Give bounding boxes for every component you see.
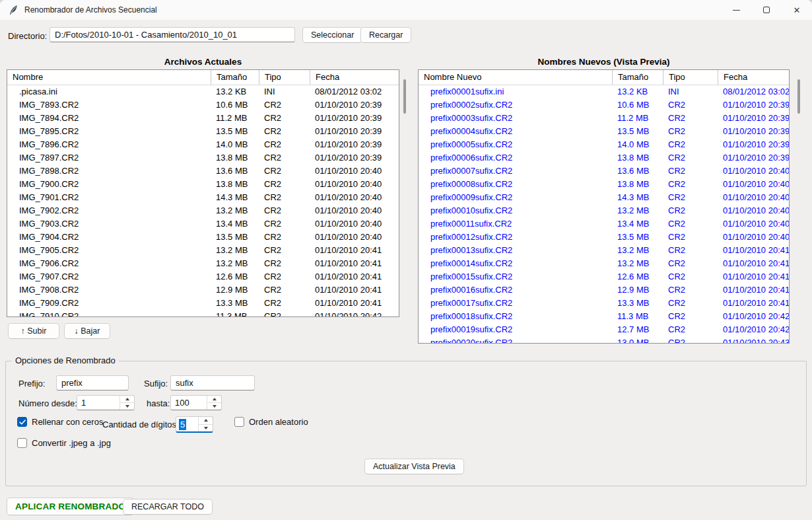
table-row[interactable]: IMG_7904.CR213.5 MBCR201/10/2010 20:40 — [7, 231, 399, 244]
current-files-rows: .picasa.ini13.2 KBINI08/01/2012 03:02IMG… — [7, 85, 399, 317]
column-header-fecha[interactable]: Fecha — [718, 70, 789, 85]
column-header-tipo[interactable]: Tipo — [259, 70, 310, 85]
update-preview-button[interactable]: Actualizar Vista Previa — [364, 459, 464, 474]
column-header-fecha[interactable]: Fecha — [310, 70, 399, 85]
table-row[interactable]: IMG_7901.CR214.3 MBCR201/10/2010 20:40 — [7, 191, 399, 204]
table-row[interactable]: prefix00017sufix.CR213.3 MBCR201/10/2010… — [419, 297, 789, 310]
spin-down-button[interactable] — [207, 402, 221, 410]
table-row[interactable]: IMG_7896.CR214.0 MBCR201/10/2010 20:39 — [7, 138, 399, 151]
move-down-button[interactable]: ↓ Bajar — [64, 323, 110, 339]
reload-all-button[interactable]: RECARGAR TODO — [123, 499, 213, 515]
table-row[interactable]: prefix00016sufix.CR212.9 MBCR201/10/2010… — [419, 283, 789, 297]
column-header-tipo[interactable]: Tipo — [663, 70, 718, 85]
digits-spinbox[interactable]: 5 — [176, 416, 213, 433]
table-row[interactable]: prefix00001sufix.ini13.2 KBINI08/01/2012… — [419, 85, 789, 98]
cell-size: 14.0 MB — [211, 138, 259, 151]
number-to-value[interactable] — [171, 396, 207, 410]
number-from-spinbox[interactable] — [77, 395, 135, 410]
cell-size: 13.2 KB — [211, 85, 259, 98]
cell-date: 01/10/2010 20:40 — [718, 191, 789, 204]
prefix-input[interactable] — [56, 375, 129, 390]
cell-size: 12.6 MB — [612, 270, 663, 283]
apply-rename-button[interactable]: APLICAR RENOMBRADO — [7, 498, 134, 515]
table-row[interactable]: prefix00013sufix.CR213.2 MBCR201/10/2010… — [419, 244, 789, 257]
cell-size: 11.3 MB — [612, 310, 663, 323]
random-order-checkbox[interactable] — [234, 417, 244, 427]
minimize-button[interactable] — [721, 0, 751, 20]
table-row[interactable]: prefix00005sufix.CR214.0 MBCR201/10/2010… — [419, 138, 789, 151]
table-row[interactable]: IMG_7908.CR212.9 MBCR201/10/2010 20:41 — [7, 283, 399, 297]
table-row[interactable]: IMG_7893.CR210.6 MBCR201/10/2010 20:39 — [7, 98, 399, 112]
table-row[interactable]: prefix00006sufix.CR213.8 MBCR201/10/2010… — [419, 151, 789, 165]
table-row[interactable]: IMG_7909.CR213.3 MBCR201/10/2010 20:41 — [7, 297, 399, 310]
current-files-scrollbar[interactable] — [403, 79, 406, 114]
cell-date: 01/10/2010 20:40 — [310, 231, 399, 244]
directory-input[interactable] — [50, 27, 295, 42]
preview-header: Nombre Nuevo Tamaño Tipo Fecha — [419, 70, 789, 85]
cell-size: 13.5 MB — [211, 125, 259, 138]
table-row[interactable]: IMG_7906.CR213.2 MBCR201/10/2010 20:41 — [7, 257, 399, 270]
table-row[interactable]: prefix00010sufix.CR213.2 MBCR201/10/2010… — [419, 204, 789, 217]
spin-up-button[interactable] — [120, 396, 134, 402]
table-row[interactable]: IMG_7907.CR212.6 MBCR201/10/2010 20:41 — [7, 270, 399, 283]
spin-up-button[interactable] — [207, 396, 221, 402]
suffix-input[interactable] — [170, 375, 255, 390]
convert-jpeg-checkbox[interactable] — [17, 438, 27, 448]
cell-type: CR2 — [663, 112, 718, 125]
cell-date: 01/10/2010 20:39 — [718, 138, 789, 151]
table-row[interactable]: prefix00011sufix.CR213.4 MBCR201/10/2010… — [419, 217, 789, 231]
column-header-tamano[interactable]: Tamaño — [211, 70, 259, 85]
table-row[interactable]: prefix00008sufix.CR213.8 MBCR201/10/2010… — [419, 178, 789, 191]
table-row[interactable]: prefix00003sufix.CR211.2 MBCR201/10/2010… — [419, 112, 789, 125]
table-row[interactable]: IMG_7898.CR213.6 MBCR201/10/2010 20:40 — [7, 165, 399, 178]
digits-value-selected[interactable]: 5 — [179, 419, 186, 430]
table-row[interactable]: prefix00007sufix.CR213.6 MBCR201/10/2010… — [419, 165, 789, 178]
table-row[interactable]: IMG_7910.CR211.3 MBCR201/10/2010 20:42 — [7, 310, 399, 317]
table-row[interactable]: prefix00018sufix.CR211.3 MBCR201/10/2010… — [419, 310, 789, 323]
table-row[interactable]: prefix00012sufix.CR213.5 MBCR201/10/2010… — [419, 231, 789, 244]
cell-type: CR2 — [259, 244, 310, 257]
spin-up-button[interactable] — [199, 417, 213, 424]
column-header-tamano[interactable]: Tamaño — [612, 70, 663, 85]
column-header-nombre[interactable]: Nombre — [7, 70, 211, 85]
table-row[interactable]: IMG_7902.CR213.2 MBCR201/10/2010 20:40 — [7, 204, 399, 217]
suffix-label: Sufijo: — [144, 379, 168, 389]
close-button[interactable]: ✕ — [782, 0, 812, 20]
minimize-icon — [733, 10, 740, 11]
reload-directory-button[interactable]: Recargar — [360, 27, 411, 43]
pad-zeros-checkbox[interactable] — [17, 417, 27, 427]
number-from-value[interactable] — [77, 396, 119, 410]
table-row[interactable]: IMG_7905.CR213.2 MBCR201/10/2010 20:41 — [7, 244, 399, 257]
table-row[interactable]: prefix00019sufix.CR212.7 MBCR201/10/2010… — [419, 323, 789, 336]
spin-down-button[interactable] — [120, 402, 134, 410]
table-row[interactable]: IMG_7895.CR213.5 MBCR201/10/2010 20:39 — [7, 125, 399, 138]
table-row[interactable]: prefix00009sufix.CR214.3 MBCR201/10/2010… — [419, 191, 789, 204]
table-row[interactable]: IMG_7897.CR213.8 MBCR201/10/2010 20:39 — [7, 151, 399, 165]
table-row[interactable]: IMG_7894.CR211.2 MBCR201/10/2010 20:39 — [7, 112, 399, 125]
table-row[interactable]: prefix00004sufix.CR213.5 MBCR201/10/2010… — [419, 125, 789, 138]
table-row[interactable]: IMG_7903.CR213.4 MBCR201/10/2010 20:40 — [7, 217, 399, 231]
number-to-spinbox[interactable] — [170, 395, 222, 410]
column-header-nombre-nuevo[interactable]: Nombre Nuevo — [419, 70, 612, 85]
table-row[interactable]: IMG_7900.CR213.8 MBCR201/10/2010 20:40 — [7, 178, 399, 191]
cell-name: prefix00016sufix.CR2 — [419, 283, 612, 297]
maximize-button[interactable] — [751, 0, 782, 20]
cell-name: prefix00014sufix.CR2 — [419, 257, 612, 270]
cell-size: 13.2 MB — [211, 244, 259, 257]
table-row[interactable]: prefix00015sufix.CR212.6 MBCR201/10/2010… — [419, 270, 789, 283]
spin-down-button[interactable] — [199, 424, 213, 432]
cell-date: 01/10/2010 20:43 — [718, 336, 789, 344]
table-row[interactable]: prefix00002sufix.CR210.6 MBCR201/10/2010… — [419, 98, 789, 112]
table-row[interactable]: prefix00014sufix.CR213.2 MBCR201/10/2010… — [419, 257, 789, 270]
move-up-button[interactable]: ↑ Subir — [8, 323, 59, 339]
cell-name: IMG_7909.CR2 — [7, 297, 211, 310]
cell-type: CR2 — [663, 217, 718, 231]
table-row[interactable]: prefix00020sufix.CR213.0 MBCR201/10/2010… — [419, 336, 789, 344]
cell-date: 01/10/2010 20:41 — [718, 257, 789, 270]
table-row[interactable]: .picasa.ini13.2 KBINI08/01/2012 03:02 — [7, 85, 399, 98]
cell-date: 01/10/2010 20:41 — [310, 283, 399, 297]
preview-scrollbar[interactable] — [797, 79, 800, 114]
select-directory-button[interactable]: Seleccionar — [302, 27, 362, 43]
cell-size: 13.8 MB — [612, 178, 663, 191]
cell-date: 01/10/2010 20:40 — [718, 231, 789, 244]
